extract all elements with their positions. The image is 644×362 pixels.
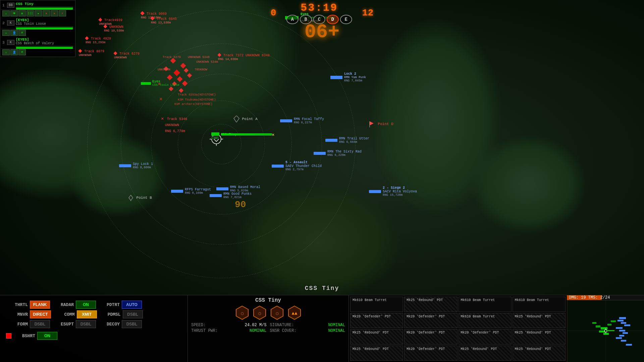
weapon-slot-10[interactable]: Mk20 'Defender' PDT xyxy=(459,329,512,345)
good-punks-marker[interactable]: RMN Good Punks RNG 7,021m xyxy=(210,192,252,199)
friendly-toxin-marker[interactable]: Eyes CSS Toxin Loose xyxy=(141,80,179,87)
svg-marker-34 xyxy=(234,116,239,122)
btn-pdmsl-dsbl[interactable]: DSBL xyxy=(123,310,143,318)
hex-icon-1: ⬡ xyxy=(235,305,250,320)
ship-name: CSS Tiny xyxy=(191,297,345,303)
sixty-rad-marker[interactable]: RMN The Sixty Rad RNG 6,220m xyxy=(314,150,362,157)
unit2-icon-move[interactable]: ⚔ xyxy=(2,30,10,36)
svg-text:#: # xyxy=(216,137,217,139)
timer: 53:19 xyxy=(301,2,338,14)
ship-stats: SPEED: 24.02 M/S SIGNATURE: NOMINAL THRU… xyxy=(191,323,345,333)
weapon-slot-11[interactable]: Mk25 'Rebound' PDT xyxy=(513,329,566,345)
weapon-slot-12[interactable]: Mk25 'Rebound' PDT xyxy=(350,346,403,361)
based-moral-marker[interactable]: RMN Based Moral RNG 5,820m xyxy=(216,185,260,192)
unit2-icon-hash[interactable]: # xyxy=(18,30,26,36)
unit-icon-x1[interactable]: ✕ xyxy=(43,10,50,16)
stat-sig: SIGNATURE: NOMINAL xyxy=(270,323,345,327)
svg-rect-53 xyxy=(596,325,600,327)
svg-rect-62 xyxy=(619,330,625,331)
btn-bshrt-on[interactable]: ON xyxy=(37,332,57,340)
label-bshrt: BSHRT xyxy=(13,334,35,339)
weapon-slot-0[interactable]: Mk610 Beam Turret xyxy=(350,297,403,312)
unit-icon-gear[interactable]: ⚙ xyxy=(18,10,26,16)
weapon-3-name: Mk610 Beam Turret xyxy=(515,298,563,302)
weapon-slot-5[interactable]: Mk20 'Defender' PDT xyxy=(404,313,457,328)
svg-text:⬡: ⬡ xyxy=(275,312,278,316)
unit-icon-x2[interactable]: ✕ xyxy=(51,10,58,16)
sig-label: SIGNATURE: xyxy=(270,323,294,327)
weapon-slot-2[interactable]: Mk610 Beam Turret xyxy=(459,297,512,312)
score-right: 12 xyxy=(362,8,374,18)
btn-auto[interactable]: AUTO xyxy=(122,301,142,309)
weapon-9-name: Mk20 'Defender' PDT xyxy=(407,331,455,335)
unit-icon-star[interactable]: ✦ xyxy=(35,10,42,16)
waypoint-tab-e[interactable]: E xyxy=(340,15,352,24)
weapon-slot-8[interactable]: Mk25 'Rebound' PDT xyxy=(350,329,403,345)
svg-rect-63 xyxy=(623,332,628,334)
lock2-marker[interactable]: Lock 2 RMN Yam Punk RNG 7,045m xyxy=(330,72,366,82)
unit-icon-shield[interactable]: ||| xyxy=(26,10,34,16)
unit-icon-move[interactable]: ⚔ xyxy=(2,10,10,16)
label-esupt: ESUPT xyxy=(52,322,74,327)
focal-taffy-marker[interactable]: RMN Focal Taffy RNG 6,227m xyxy=(280,117,324,124)
unit3-icon-move[interactable]: ⚔ xyxy=(2,49,10,55)
unit-row-1[interactable]: 1 BB CSS Tiny xyxy=(1,1,74,10)
farragut-marker[interactable]: RFPS Farragut RNG 8,109m xyxy=(171,188,211,195)
unit-row-2[interactable]: 2 K [EYES] CSS Toxin Loose xyxy=(1,17,74,29)
snsr-label: SNSR COVER: xyxy=(270,328,297,333)
unit3-icon-hash[interactable]: # xyxy=(18,49,26,55)
control-row-mnvr: MNVR DIRECT COMM XMIT PDMSL DSBL xyxy=(6,310,181,318)
rita-volyova-marker[interactable]: 2 - Siege 2 SACV Rita Volyova RNG 15,728… xyxy=(369,186,417,197)
svg-rect-50 xyxy=(601,327,607,329)
btn-xmit[interactable]: XMIT xyxy=(77,310,97,318)
stat-thrust: THRUST PWR: NOMINAL xyxy=(191,328,267,333)
btn-radar-on[interactable]: ON xyxy=(76,301,96,309)
svg-text:⬡: ⬡ xyxy=(240,312,244,316)
weapon-slot-3[interactable]: Mk610 Beam Turret xyxy=(513,297,566,312)
btn-decoy-dsbl[interactable]: DSBL xyxy=(122,320,142,328)
point-a-marker[interactable]: Point A xyxy=(233,116,258,122)
point-d-marker[interactable]: Point D xyxy=(369,121,393,127)
hex-icon-4: ▲▲ xyxy=(287,305,302,320)
weapon-slot-1[interactable]: Mk25 'Rebound' PDT xyxy=(404,297,457,312)
btn-form-dsbl[interactable]: DSBL xyxy=(30,320,50,328)
unit3-icon-eyes[interactable]: 👤 xyxy=(10,49,18,55)
speed-label: SPEED: xyxy=(191,323,206,327)
svg-rect-64 xyxy=(619,335,624,337)
weapon-slot-13[interactable]: Mk20 'Defender' PDT xyxy=(404,346,457,361)
weapon-slot-4[interactable]: Mk20 'Defender' PDT xyxy=(350,313,403,328)
svg-rect-65 xyxy=(616,337,622,339)
waypoint-tab-a[interactable]: A xyxy=(286,15,299,24)
weapon-8-name: Mk25 'Rebound' PDT xyxy=(353,331,401,335)
btn-flank[interactable]: FLANK xyxy=(30,301,50,309)
unit-icon-bolt[interactable]: ⚡ xyxy=(59,10,66,16)
weapon-14-name: Mk25 'Rebound' PDT xyxy=(461,347,509,351)
weapon-slot-15[interactable]: Mk25 'Rebound' PDT xyxy=(513,346,566,361)
trail-utter-marker[interactable]: RMN Trail Utter RNG 6,666m xyxy=(325,137,369,144)
weapon-slot-9[interactable]: Mk20 'Defender' PDT xyxy=(404,329,457,345)
hex-icon-2: ⬡ xyxy=(252,305,267,320)
ship-status-panel: CSS Tiny ⬡ ⬡ ⬡ xyxy=(188,295,349,362)
unit2-icon-eyes[interactable]: 👤 xyxy=(10,30,18,36)
controls-panel: THRTL FLANK RADAR ON PDTRT AUTO MNVR DIR… xyxy=(0,295,188,362)
unit-row-3[interactable]: 3 K [EYES] CSS Beech of Valery xyxy=(1,37,74,49)
unit-icon-eyes[interactable]: 👁 xyxy=(10,10,18,16)
btn-direct[interactable]: DIRECT xyxy=(30,310,51,318)
mini-map[interactable] xyxy=(567,300,644,362)
score-main: 06+ xyxy=(305,22,339,42)
thunder-child-marker[interactable]: 5 - Assault SAEV Thunder Child RNG 2,797… xyxy=(272,161,322,171)
bottom-hud: THRTL FLANK RADAR ON PDTRT AUTO MNVR DIR… xyxy=(0,295,644,362)
label-decoy: DECOY xyxy=(98,322,120,327)
stat-snsr: SNSR COVER: NOMINAL xyxy=(270,328,345,333)
btn-esupt-dsbl[interactable]: DSBL xyxy=(76,320,96,328)
weapon-slot-14[interactable]: Mk25 'Rebound' PDT xyxy=(459,346,512,361)
unit-icons-3: ⚔ 👤 # xyxy=(1,49,74,56)
ship-hex-icons: ⬡ ⬡ ⬡ ▲▲ xyxy=(191,305,345,320)
enemy-track-5346[interactable]: ✕ Track 5346 UNKNOWN RNG 6,778m xyxy=(161,116,187,134)
svg-marker-37 xyxy=(370,121,374,125)
point-b-marker[interactable]: Point B xyxy=(127,194,152,201)
weapon-slot-7[interactable]: Mk25 'Rebound' PDT xyxy=(513,313,566,328)
spy-lock-marker[interactable]: Spy Lock 1 RNG 8,600m xyxy=(119,162,153,169)
svg-rect-58 xyxy=(618,320,624,321)
weapon-slot-6[interactable]: Mk610 Beam Turret xyxy=(459,313,512,328)
